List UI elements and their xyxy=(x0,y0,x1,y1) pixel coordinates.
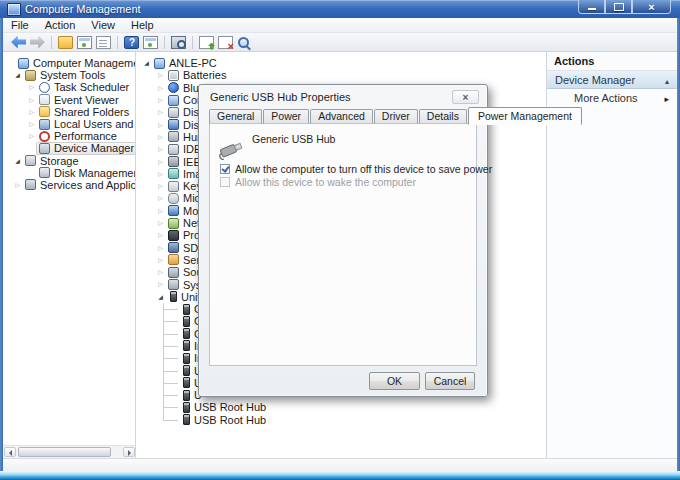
help-icon[interactable] xyxy=(124,36,139,49)
tree-item[interactable]: Disk Management xyxy=(3,167,136,179)
tree-item[interactable]: ▷Shared Folders xyxy=(3,106,133,118)
expander-collapsed-icon[interactable]: ▷ xyxy=(13,182,22,188)
export-list-icon[interactable] xyxy=(96,36,111,49)
expander-collapsed-icon[interactable]: ▷ xyxy=(156,146,165,152)
tree-item-content: Task Scheduler xyxy=(36,81,133,93)
expander-collapsed-icon[interactable]: ▷ xyxy=(156,122,165,128)
expander-collapsed-icon[interactable]: ▷ xyxy=(156,232,165,238)
scroll-right-arrow-icon[interactable] xyxy=(123,447,135,457)
tree-item-content: Device Manager xyxy=(36,142,136,154)
expander-collapsed-icon[interactable]: ▷ xyxy=(156,109,165,115)
show-window-icon[interactable] xyxy=(143,36,158,49)
usb-plug-icon xyxy=(183,402,190,413)
tree-item-label: Performance xyxy=(54,130,117,142)
tree-item[interactable]: U xyxy=(136,389,206,401)
expander-collapsed-icon[interactable]: ▷ xyxy=(156,85,165,91)
tree-item[interactable]: ◢Univ xyxy=(136,291,207,303)
expander-collapsed-icon[interactable]: ▷ xyxy=(156,208,165,214)
tab-power-management[interactable]: Power Management xyxy=(468,107,582,125)
scroll-left-arrow-icon[interactable] xyxy=(4,447,16,457)
menu-help[interactable]: Help xyxy=(123,18,162,32)
tree-item[interactable]: G xyxy=(136,328,207,340)
horizontal-scrollbar[interactable] xyxy=(3,445,136,458)
tree-item[interactable]: ▷Local Users and Groups xyxy=(3,118,136,130)
tree-item[interactable]: Device Manager xyxy=(3,142,136,154)
expander-collapsed-icon[interactable]: ▷ xyxy=(156,245,165,251)
checkbox-checked-icon[interactable] xyxy=(220,164,230,174)
uninstall-device-icon[interactable] xyxy=(218,36,233,49)
tree-item[interactable]: U xyxy=(136,364,206,376)
scrollbar-thumb[interactable] xyxy=(18,447,111,457)
tree-item[interactable]: Computer Management (Local xyxy=(3,57,136,69)
ok-button[interactable]: OK xyxy=(369,372,420,390)
back-icon[interactable] xyxy=(11,36,26,49)
expander-collapsed-icon[interactable]: ▷ xyxy=(27,133,36,139)
disk-drive-icon xyxy=(168,107,179,118)
expander-collapsed-icon[interactable]: ▷ xyxy=(156,183,165,189)
expander-collapsed-icon[interactable]: ▷ xyxy=(156,159,165,165)
expander-collapsed-icon[interactable]: ▷ xyxy=(156,72,165,78)
expander-collapsed-icon[interactable]: ▷ xyxy=(156,257,165,263)
update-driver-icon[interactable] xyxy=(199,36,214,49)
tab-advanced[interactable]: Advanced xyxy=(310,109,373,124)
tree-item[interactable]: ◢Storage xyxy=(3,155,83,167)
tree-item[interactable]: ▷Performance xyxy=(3,130,121,142)
up-folder-icon[interactable] xyxy=(58,36,73,49)
expander-collapsed-icon[interactable]: ▷ xyxy=(27,109,36,115)
tree-item[interactable]: ▷Services and Applications xyxy=(3,179,136,191)
tree-item[interactable]: ▷Event Viewer xyxy=(3,94,123,106)
expander-collapsed-icon[interactable]: ▷ xyxy=(156,97,165,103)
tree-item[interactable]: ▷IDE xyxy=(136,143,205,155)
menu-action[interactable]: Action xyxy=(37,18,84,32)
maximize-button[interactable] xyxy=(605,0,632,14)
expander-collapsed-icon[interactable]: ▷ xyxy=(156,269,165,275)
collapse-chevron-icon[interactable] xyxy=(665,74,669,86)
minimize-button[interactable] xyxy=(578,0,605,14)
find-computer-icon[interactable] xyxy=(171,36,186,49)
expander-collapsed-icon[interactable]: ▷ xyxy=(27,97,36,103)
checkbox-wake-computer: Allow this device to wake the computer xyxy=(220,176,416,188)
expander-collapsed-icon[interactable]: ▷ xyxy=(156,281,165,287)
expander-collapsed-icon[interactable]: ▷ xyxy=(156,220,165,226)
expander-expanded-icon[interactable]: ◢ xyxy=(13,72,22,78)
more-actions-item[interactable]: More Actions xyxy=(547,89,677,106)
status-bar xyxy=(3,458,677,471)
actions-section-device-manager[interactable]: Device Manager xyxy=(547,71,677,89)
menu-file[interactable]: File xyxy=(3,18,37,32)
expander-expanded-icon[interactable]: ◢ xyxy=(156,294,165,300)
dialog-close-button[interactable]: × xyxy=(452,90,479,104)
expander-collapsed-icon[interactable]: ▷ xyxy=(156,195,165,201)
expander-collapsed-icon[interactable]: ▷ xyxy=(156,134,165,140)
cancel-button[interactable]: Cancel xyxy=(425,372,475,390)
tree-item[interactable]: In xyxy=(136,352,207,364)
tab-power[interactable]: Power xyxy=(263,109,309,124)
tree-item[interactable]: U xyxy=(136,377,206,389)
title-bar[interactable]: Computer Management × xyxy=(0,0,680,18)
tree-item[interactable]: G xyxy=(136,303,207,315)
scan-hardware-changes-icon[interactable] xyxy=(237,36,252,49)
tree-item[interactable]: In xyxy=(136,340,207,352)
tab-details[interactable]: Details xyxy=(419,109,467,124)
tree-item[interactable]: ▷Batteries xyxy=(136,69,230,81)
expander-collapsed-icon[interactable]: ▷ xyxy=(27,121,36,127)
tab-driver[interactable]: Driver xyxy=(374,109,418,124)
menu-bar: FileActionViewHelp xyxy=(3,18,677,33)
tree-item[interactable]: G xyxy=(136,315,207,327)
tree-item[interactable]: ▷Task Scheduler xyxy=(3,81,133,93)
checkbox-turn-off-device[interactable]: Allow the computer to turn off this devi… xyxy=(220,163,492,175)
tree-item[interactable]: ◢System Tools xyxy=(3,69,109,81)
close-button[interactable]: × xyxy=(632,0,671,14)
tab-general[interactable]: General xyxy=(209,109,262,124)
tree-item-label: Storage xyxy=(40,155,79,167)
forward-icon[interactable] xyxy=(30,36,45,49)
expander-expanded-icon[interactable]: ◢ xyxy=(13,158,22,164)
show-console-tree-icon[interactable] xyxy=(77,36,92,49)
expander-expanded-icon[interactable]: ◢ xyxy=(142,60,151,66)
tree-item[interactable]: ◢ANLE-PC xyxy=(136,57,221,69)
expander-collapsed-icon[interactable]: ▷ xyxy=(156,171,165,177)
tree-item[interactable]: USB Root Hub xyxy=(136,401,270,413)
menu-view[interactable]: View xyxy=(83,18,123,32)
expander-collapsed-icon[interactable]: ▷ xyxy=(27,84,36,90)
tree-item[interactable]: ▷Sou xyxy=(136,266,207,278)
tree-item[interactable]: USB Root Hub xyxy=(136,414,270,426)
